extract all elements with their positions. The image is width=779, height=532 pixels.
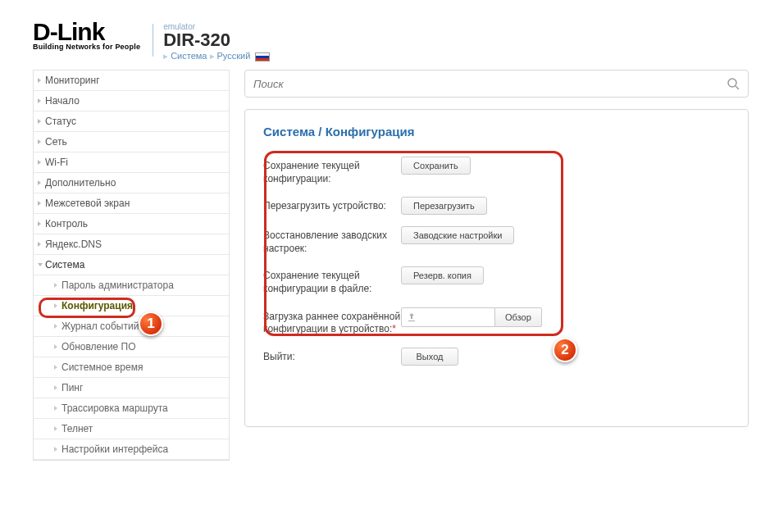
sidebar-item-monitoring[interactable]: Мониторинг — [34, 70, 229, 91]
sidebar-sub-firmware[interactable]: Обновление ПО — [34, 337, 229, 357]
sidebar-sub-admin-password[interactable]: Пароль администратора — [34, 275, 229, 296]
sidebar-sub-system-time[interactable]: Системное время — [34, 357, 229, 378]
label-backup: Сохранение текущей конфигурации в файле: — [263, 266, 401, 295]
search-icon — [727, 77, 740, 90]
annotation-badge-2: 2 — [553, 338, 577, 362]
factory-reset-button[interactable]: Заводские настройки — [401, 226, 514, 244]
logo-tagline: Building Networks for People — [33, 43, 140, 51]
sidebar-item-advanced[interactable]: Дополнительно — [34, 173, 229, 193]
label-save-config: Сохранение текущей конфигурации: — [263, 157, 401, 185]
model-name: DIR-320 — [163, 31, 270, 49]
sidebar-sub-traceroute[interactable]: Трассировка маршрута — [34, 398, 229, 419]
search-input[interactable] — [253, 78, 727, 90]
breadcrumb: ▸Система ▸Русский — [163, 51, 270, 61]
sidebar-sub-interface-settings[interactable]: Настройки интерфейса — [34, 439, 229, 460]
label-factory-reset: Восстановление заводских настроек: — [263, 226, 401, 255]
sidebar-sub-configuration[interactable]: Конфигурация — [34, 296, 229, 316]
sidebar-item-start[interactable]: Начало — [34, 91, 229, 111]
browse-button[interactable]: Обзор — [495, 307, 542, 327]
label-reboot: Перезагрузить устройство: — [263, 197, 401, 213]
sidebar-item-firewall[interactable]: Межсетевой экран — [34, 193, 229, 214]
search-box[interactable] — [244, 70, 749, 98]
sidebar-sub-event-log[interactable]: Журнал событий — [34, 316, 229, 337]
label-restore: Загрузка раннее сохранённой конфигурации… — [263, 307, 401, 336]
reboot-button[interactable]: Перезагрузить — [401, 197, 487, 215]
crumb-language[interactable]: Русский — [217, 51, 251, 61]
sidebar-sub-ping[interactable]: Пинг — [34, 378, 229, 398]
sidebar-item-control[interactable]: Контроль — [34, 214, 229, 234]
label-logout: Выйти: — [263, 348, 401, 364]
crumb-system[interactable]: Система — [171, 51, 207, 61]
panel-title: Система / Конфигурация — [263, 125, 730, 139]
sidebar-item-yandexdns[interactable]: Яндекс.DNS — [34, 234, 229, 255]
upload-field[interactable] — [401, 307, 495, 327]
config-panel: Система / Конфигурация Сохранение текуще… — [244, 109, 749, 427]
sidebar-item-wifi[interactable]: Wi-Fi — [34, 152, 229, 173]
sidebar-item-status[interactable]: Статус — [34, 111, 229, 132]
save-button[interactable]: Сохранить — [401, 157, 471, 175]
sidebar: Мониторинг Начало Статус Сеть Wi-Fi Допо… — [33, 70, 230, 461]
annotation-badge-1: 1 — [139, 311, 163, 336]
flag-icon[interactable] — [255, 52, 270, 61]
svg-point-0 — [728, 79, 736, 87]
logo-text: D-Link — [33, 20, 140, 43]
sidebar-item-system[interactable]: Система — [34, 255, 229, 275]
backup-button[interactable]: Резерв. копия — [401, 266, 484, 284]
sidebar-item-network[interactable]: Сеть — [34, 132, 229, 152]
upload-icon — [407, 312, 417, 322]
svg-line-1 — [736, 86, 739, 89]
logout-button[interactable]: Выход — [401, 348, 458, 366]
divider — [153, 24, 153, 57]
header: D-Link Building Networks for People emul… — [0, 0, 779, 70]
logo-block: D-Link Building Networks for People — [33, 20, 140, 51]
model-block: emulator DIR-320 ▸Система ▸Русский — [163, 22, 270, 61]
sidebar-sub-telnet[interactable]: Телнет — [34, 419, 229, 439]
